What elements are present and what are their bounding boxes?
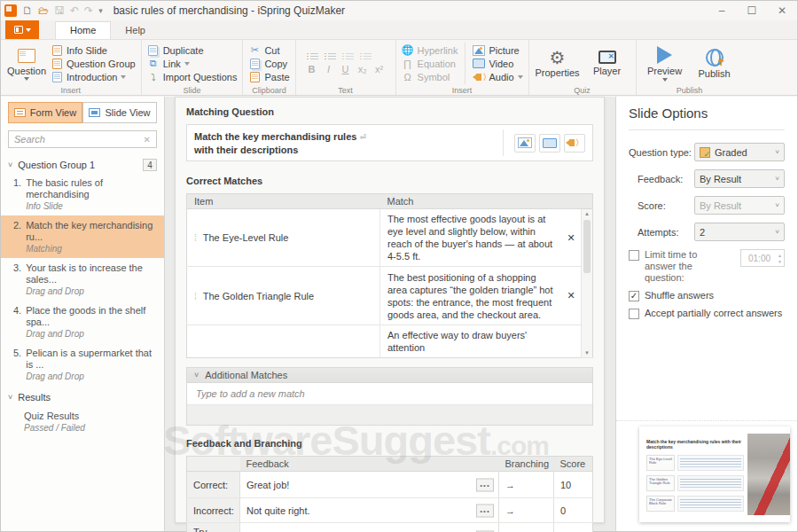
branching-arrow-icon[interactable]: → [499,472,554,498]
preview-button[interactable]: Preview [642,43,688,84]
italic-button[interactable]: I [324,64,334,74]
save-icon[interactable]: 🖫 [54,4,65,17]
branching-arrow-icon[interactable]: → [499,498,554,523]
scroll-up-icon[interactable]: ▲ [582,211,592,216]
sidebar-item-1[interactable]: 1. The basic rules of merchandisingInfo … [1,173,164,215]
open-folder-icon[interactable]: 🗁 [38,4,49,17]
col-header-match: Match [380,194,582,209]
new-file-icon[interactable]: 🗋 [22,4,33,17]
add-picture-button[interactable] [514,134,536,153]
ribbon-group-insert-media: 🌐Hyperlink ∏Equation ΩSymbol Picture Vid… [396,40,529,95]
video-button[interactable]: Video [473,57,522,70]
hyperlink-button[interactable]: 🌐Hyperlink [402,43,458,57]
search-box: ✕ [8,130,157,148]
feedback-dropdown[interactable]: By Result ˅ [694,169,785,188]
close-button[interactable]: ✕ [767,1,797,20]
title-bar: 🗋 🗁 🖫 ↶ ↷ ▾ basic rules of merchandising… [1,1,797,20]
app-menu-button[interactable] [5,20,39,39]
match-row[interactable]: ⁞The Golden Triangle Rule The best posit… [187,267,593,325]
paste-button[interactable]: Paste [248,70,289,83]
numbered-list-icon[interactable] [325,52,336,61]
question-button[interactable]: Question [6,43,47,84]
more-options-button[interactable]: ••• [476,478,494,491]
delete-match-icon[interactable]: ✕ [560,209,582,267]
limit-time-checkbox[interactable] [629,250,639,261]
score-value[interactable]: 0 [554,498,593,523]
new-match-input[interactable] [196,388,583,399]
more-options-button[interactable]: ••• [476,504,494,517]
thumbnail-match-card [677,455,744,471]
player-button[interactable]: Player [584,43,630,84]
slide-thumbnail[interactable]: Match the key merchandising rules with t… [639,426,790,522]
introduction-button[interactable]: Introduction [51,70,136,83]
sidebar-item-3[interactable]: 3. Your task is to increase the sales...… [1,258,164,301]
subscript-button[interactable]: x₂ [357,64,368,74]
search-input[interactable] [14,134,144,145]
scrollbar-thumb[interactable] [583,220,591,273]
question-group-header[interactable]: ˅ Question Group 1 4 [1,157,164,173]
slide-view-button[interactable]: Slide View [82,102,157,123]
maximize-button[interactable]: ☐ [737,1,767,20]
add-audio-button[interactable] [564,134,585,153]
sidebar-item-quiz-results[interactable]: Quiz ResultsPassed / Failed [1,405,164,437]
picture-button[interactable]: Picture [473,43,522,57]
question-group-button[interactable]: Question Group [51,57,136,70]
redo-icon[interactable]: ↷ [84,4,93,17]
sidebar-item-2-selected[interactable]: 2. Match the key merchandising ru...Matc… [1,215,164,258]
equation-button[interactable]: ∏Equation [402,57,458,70]
partial-credit-checkbox[interactable] [629,309,639,319]
question-text-box[interactable]: Match the key merchandising rules ⏎ with… [186,124,593,161]
question-type-dropdown[interactable]: Graded ˅ [694,143,785,161]
search-clear-icon[interactable]: ✕ [144,135,151,145]
match-row[interactable]: An effective way to draw buyers' attenti… [187,325,593,358]
drag-handle-icon[interactable]: ⁞ [194,292,196,301]
additional-matches-header[interactable]: ˅ Additional Matches [187,368,592,383]
scroll-down-icon[interactable]: ▼ [582,350,592,356]
tab-help[interactable]: Help [111,22,160,39]
link-button[interactable]: ⧉Link [147,57,238,70]
increase-indent-icon[interactable] [360,52,372,61]
score-value[interactable]: 10 [554,472,593,498]
question-text[interactable]: Match the key merchandising rules ⏎ with… [194,130,503,156]
minimize-button[interactable]: – [707,1,737,20]
cut-button[interactable]: ✂Cut [248,43,289,57]
underline-button[interactable]: U [340,64,351,74]
import-questions-button[interactable]: ⤵Import Questions [147,70,238,83]
matches-scrollbar[interactable]: ▲ ▼ [582,209,593,358]
additional-matches-section: ˅ Additional Matches [186,367,593,426]
qat-dropdown-icon[interactable]: ▾ [98,6,103,15]
duplicate-button[interactable]: Duplicate [147,43,238,57]
sidebar-item-4[interactable]: 4. Place the goods in the shelf spa...Dr… [1,301,164,343]
bullet-list-icon[interactable] [307,52,318,61]
ribbon-group-text: B I U x₂ x² Text [296,40,396,95]
score-label: Score: [638,200,666,211]
delete-match-icon[interactable]: ✕ [560,267,582,325]
form-view-button[interactable]: Form View [8,102,82,123]
drag-handle-icon[interactable]: ⁞ [194,233,196,243]
results-header[interactable]: ˅ Results [1,389,164,405]
sidebar: Form View Slide View ✕ ˅ Question Group … [1,97,165,531]
time-spinner[interactable]: 01:00 ▲▼ [740,249,785,267]
tab-home[interactable]: Home [55,21,111,39]
audio-button[interactable]: Audio [473,70,522,83]
superscript-button[interactable]: x² [374,64,385,74]
score-dropdown[interactable]: By Result ˅ [694,196,785,215]
copy-button[interactable]: Copy [248,57,289,70]
add-video-button[interactable] [539,134,560,153]
properties-button[interactable]: ⚙ Properties [535,43,581,84]
shuffle-answers-checkbox[interactable]: ✓ [629,291,639,301]
match-row[interactable]: ⁞The Eye-Level Rule The most effective g… [187,209,593,267]
undo-icon[interactable]: ↶ [70,4,79,17]
publish-globe-icon [706,49,724,66]
score-value[interactable]: 0 [554,523,593,532]
attempts-dropdown[interactable]: 2 ˅ [694,223,785,241]
bold-button[interactable]: B [307,64,317,74]
feedback-row-correct: Correct: Great job!••• → 10 [187,472,593,498]
symbol-button[interactable]: ΩSymbol [402,70,458,83]
branching-value[interactable]: None [499,523,554,532]
sidebar-item-5[interactable]: 5. Pelican is a supermarket that is ...D… [1,343,164,386]
question-count-badge: 4 [143,159,157,171]
decrease-indent-icon[interactable] [342,52,354,61]
info-slide-button[interactable]: Info Slide [51,43,136,57]
publish-button[interactable]: Publish [692,43,738,84]
